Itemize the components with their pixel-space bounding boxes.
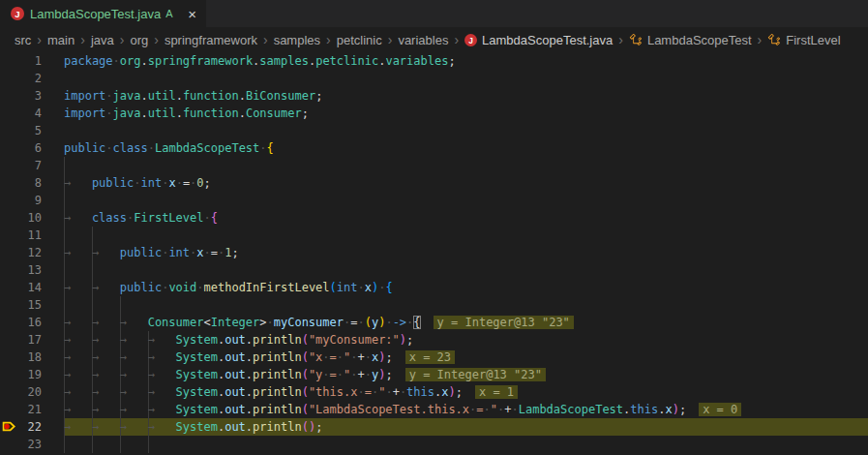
breadcrumb-item[interactable]: LambdaScopeTest xyxy=(629,33,752,47)
line-number[interactable]: 16 xyxy=(0,314,64,331)
code-line-content[interactable]: →→→→System.out.println("x·=·"·+·x);x = 2… xyxy=(64,349,868,366)
code-line-content[interactable]: →→→→System.out.println(); xyxy=(64,418,868,436)
code-line-content[interactable] xyxy=(64,261,868,279)
code-line[interactable]: 16→→→Consumer<Integer>·myConsumer·=·(y)·… xyxy=(0,314,868,331)
line-number[interactable]: 22 xyxy=(0,418,64,436)
tab-whitespace-arrow: → xyxy=(92,418,120,436)
line-number[interactable]: 8 xyxy=(0,174,64,192)
line-number[interactable]: 15 xyxy=(0,296,64,314)
code-line[interactable]: 23 xyxy=(0,436,868,453)
code-line[interactable]: 8→public·int·x·=·0; xyxy=(0,174,868,192)
code-token: springframework xyxy=(148,54,253,68)
line-number[interactable]: 5 xyxy=(0,122,64,139)
breadcrumb-item[interactable]: org xyxy=(130,33,148,47)
close-icon[interactable]: × xyxy=(188,7,196,21)
code-line[interactable]: 21→→→→System.out.println("LambdaScopeTes… xyxy=(0,401,868,418)
code-line[interactable]: 5 xyxy=(0,122,868,139)
line-number[interactable]: 4 xyxy=(0,105,64,122)
tab-whitespace-arrow: → xyxy=(92,401,120,418)
code-token: FirstLevel xyxy=(134,211,203,225)
breadcrumb-item[interactable]: petclinic xyxy=(337,33,382,47)
code-line[interactable]: 4import·java.util.function.Consumer; xyxy=(0,105,868,122)
line-number[interactable]: 11 xyxy=(0,227,64,244)
breadcrumb-item[interactable]: src xyxy=(15,33,31,47)
line-number[interactable]: 19 xyxy=(0,366,64,383)
code-line[interactable]: 17→→→→System.out.println("myConsumer:"); xyxy=(0,331,868,349)
code-token: out xyxy=(224,420,246,434)
code-line-content[interactable]: →→public·void·methodInFirstLevel(int·x)·… xyxy=(64,279,868,296)
tab-whitespace-arrow: → xyxy=(120,331,148,349)
indent-guide xyxy=(92,436,93,453)
code-line-content[interactable]: →→→→System.out.println("LambdaScopeTest.… xyxy=(64,401,868,418)
code-line-content[interactable]: →→public·int·x·=·1; xyxy=(64,244,868,261)
line-number[interactable]: 7 xyxy=(0,157,64,174)
tab-whitespace-arrow: → xyxy=(64,244,92,261)
code-line-content[interactable] xyxy=(64,122,868,139)
code-line[interactable]: 10→class·FirstLevel·{ xyxy=(0,209,868,227)
tab-whitespace-arrow: → xyxy=(64,401,92,418)
code-line[interactable]: 2 xyxy=(0,70,868,87)
tab-lambdascopetest[interactable]: J LambdaScopeTest.java A × xyxy=(0,0,206,27)
code-line-content[interactable] xyxy=(64,192,868,209)
code-token: " xyxy=(491,403,497,416)
line-number[interactable]: 21 xyxy=(0,401,64,418)
editor: 1package·org.springframework.samples.pet… xyxy=(0,52,868,453)
line-number[interactable]: 14 xyxy=(0,279,64,296)
breadcrumb-item[interactable]: FirstLevel xyxy=(767,33,840,47)
code-line[interactable]: 6public·class·LambdaScopeTest·{ xyxy=(0,139,868,157)
code-line-content[interactable]: →→→→System.out.println("y·=·"·+·y);y = I… xyxy=(64,366,868,383)
code-line[interactable]: 15 xyxy=(0,296,868,314)
line-number[interactable]: 3 xyxy=(0,87,64,105)
line-number[interactable]: 2 xyxy=(0,70,64,87)
code-line-content[interactable]: import·java.util.function.Consumer; xyxy=(64,105,868,122)
breadcrumb-item[interactable]: variables xyxy=(398,33,448,47)
code-line-content[interactable] xyxy=(64,157,868,174)
breadcrumb-item[interactable]: JLambdaScopeTest.java xyxy=(464,33,613,47)
line-number[interactable]: 9 xyxy=(0,192,64,209)
line-number[interactable]: 20 xyxy=(0,383,64,401)
code-line[interactable]: 11 xyxy=(0,227,868,244)
code-line[interactable]: 9 xyxy=(0,192,868,209)
line-number[interactable]: 23 xyxy=(0,436,64,453)
code-line[interactable]: 18→→→→System.out.println("x·=·"·+·x);x =… xyxy=(0,349,868,366)
code-line-content[interactable] xyxy=(64,70,868,87)
code-line[interactable]: 20→→→→System.out.println("this.x·=·"·+·t… xyxy=(0,383,868,401)
code-token: · xyxy=(105,106,112,120)
code-line[interactable]: 1package·org.springframework.samples.pet… xyxy=(0,52,868,70)
code-line-content[interactable]: import·java.util.function.BiConsumer; xyxy=(64,87,868,105)
line-number[interactable]: 18 xyxy=(0,349,64,366)
code-line[interactable]: 14→→public·void·methodInFirstLevel(int·x… xyxy=(0,279,868,296)
code-line[interactable]: 19→→→→System.out.println("y·=·"·+·y);y =… xyxy=(0,366,868,383)
code-token: ; xyxy=(406,333,413,347)
code-token: out xyxy=(224,403,246,416)
breadcrumb-item[interactable]: samples xyxy=(274,33,320,47)
code-line[interactable]: 12→→public·int·x·=·1; xyxy=(0,244,868,261)
breadcrumb-item[interactable]: springframework xyxy=(165,33,257,47)
code-line-content[interactable]: →public·int·x·=·0; xyxy=(64,174,868,192)
line-number[interactable]: 12 xyxy=(0,244,64,261)
code-line[interactable]: 3import·java.util.function.BiConsumer; xyxy=(0,87,868,105)
code-line-content[interactable]: public·class·LambdaScopeTest·{ xyxy=(64,139,868,157)
line-number[interactable]: 17 xyxy=(0,331,64,349)
code-token: System xyxy=(176,403,218,416)
breadcrumb-separator-icon: › xyxy=(80,33,85,46)
code-line-content[interactable] xyxy=(64,436,868,453)
code-line[interactable]: 22→→→→System.out.println(); xyxy=(0,418,868,436)
code-line[interactable]: 13 xyxy=(0,261,868,279)
code-line-content[interactable]: →→→→System.out.println("myConsumer:"); xyxy=(64,331,868,349)
code-line-content[interactable]: package·org.springframework.samples.petc… xyxy=(64,52,868,70)
code-token: samples xyxy=(259,54,309,68)
line-number[interactable]: 6 xyxy=(0,139,64,157)
line-number[interactable]: 13 xyxy=(0,261,64,279)
code-line-content[interactable] xyxy=(64,296,868,314)
code-line-content[interactable]: →class·FirstLevel·{ xyxy=(64,209,868,227)
breadcrumb-item[interactable]: java xyxy=(91,33,114,47)
code-line-content[interactable]: →→→Consumer<Integer>·myConsumer·=·(y)·->… xyxy=(64,314,868,331)
code-line[interactable]: 7 xyxy=(0,157,868,174)
code-line-content[interactable]: →→→→System.out.println("this.x·=·"·+·thi… xyxy=(64,383,868,401)
code-line-content[interactable] xyxy=(64,227,868,244)
line-number[interactable]: 10 xyxy=(0,209,64,227)
breadcrumb-label: src xyxy=(15,33,31,47)
line-number[interactable]: 1 xyxy=(0,52,64,70)
breadcrumb-item[interactable]: main xyxy=(47,33,75,47)
